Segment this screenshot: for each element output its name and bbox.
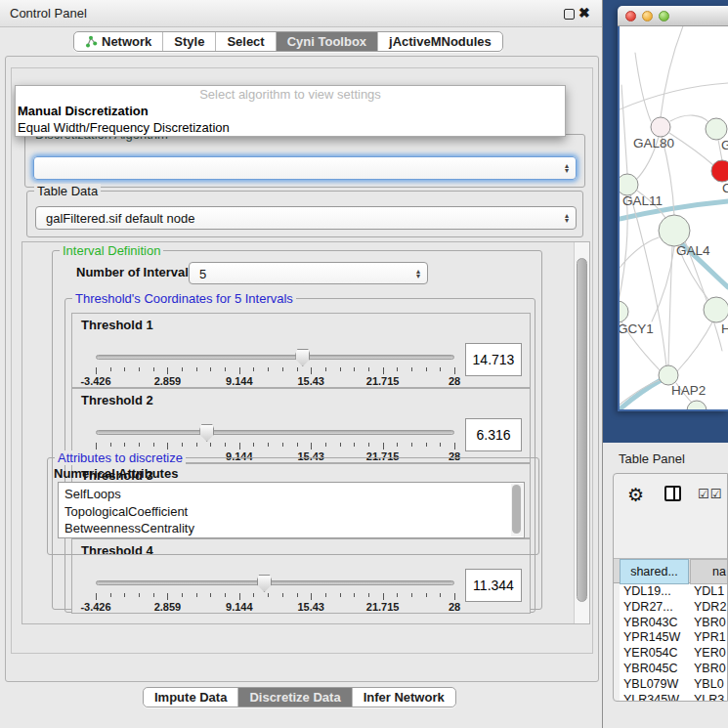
network-edge[interactable] [668, 246, 672, 365]
table-row[interactable]: YPR145WYPR1 [620, 630, 728, 646]
bottom-tab-infer-network[interactable]: Infer Network [353, 688, 455, 707]
cell-name[interactable]: YBR0 [694, 616, 728, 631]
network-canvas[interactable]: GAL80GACGAL11GAL4GCY1HHAP2 [620, 26, 728, 409]
slider-thumb[interactable] [257, 575, 272, 592]
tab-label: Style [174, 32, 204, 51]
network-edge[interactable] [621, 85, 627, 174]
scrollbar-thumb[interactable] [512, 485, 521, 534]
threshold-value-field[interactable]: 14.713 [465, 343, 522, 376]
network-edge[interactable] [620, 83, 728, 109]
network-node[interactable] [651, 117, 670, 137]
table-row[interactable]: YBR043CYBR0 [620, 616, 728, 631]
select-columns-icon[interactable]: ☑☑ [698, 487, 722, 501]
slider-track[interactable] [96, 580, 454, 585]
dropdown-option[interactable]: Manual Discretization [16, 103, 565, 119]
table-data-combobox-value: galFiltered.sif default node [46, 211, 194, 226]
scrollbar-thumb[interactable] [577, 258, 587, 602]
network-edge[interactable] [635, 53, 651, 121]
cell-shared-name[interactable]: YDR27... [623, 600, 688, 616]
network-node[interactable] [659, 215, 690, 246]
network-edge[interactable] [677, 321, 713, 371]
tab-network[interactable]: Network [74, 32, 163, 51]
table-row[interactable]: YDL19...YDL1 [620, 584, 728, 600]
slider-track[interactable] [96, 430, 454, 435]
threshold-slider[interactable]: -3.4262.8599.14415.4321.71528 [96, 575, 454, 610]
network-node[interactable] [659, 365, 678, 385]
cell-name[interactable]: YPR1 [694, 630, 728, 646]
table-row[interactable]: YBL079WYBL0 [620, 677, 728, 693]
network-edge[interactable] [620, 237, 659, 268]
zoom-traffic-light[interactable] [659, 11, 669, 21]
network-node-label: C [722, 181, 728, 195]
numerical-attributes-list[interactable]: SelfLoopsTopologicalCoefficientBetweenne… [58, 482, 525, 538]
network-window-titlebar [618, 6, 728, 26]
network-thick-edge[interactable] [620, 379, 663, 409]
cell-shared-name[interactable]: YLR345W [623, 693, 688, 702]
gear-icon[interactable]: ⚙ [627, 484, 644, 506]
attribute-list-item[interactable]: TopologicalCoefficient [64, 503, 524, 521]
list-scrollbar[interactable] [511, 484, 523, 536]
network-node-label: GAL11 [622, 193, 663, 208]
network-edge[interactable] [670, 115, 708, 122]
table-row[interactable]: YLR345WYLR3 [620, 693, 728, 702]
dropdown-option[interactable]: Equal Width/Frequency Discretization [16, 119, 565, 136]
slider-track[interactable] [96, 355, 454, 360]
table-data-combobox[interactable]: galFiltered.sif default node ▴▾ [35, 206, 577, 230]
threshold-value-field[interactable]: 11.344 [465, 569, 522, 602]
split-columns-icon[interactable] [664, 486, 681, 501]
cell-name[interactable]: YER0 [694, 646, 728, 662]
tab-label: Network [102, 32, 151, 51]
network-node[interactable] [620, 301, 628, 322]
attribute-list-item[interactable]: SelfLoops [64, 486, 524, 503]
network-edge[interactable] [630, 194, 666, 366]
network-node[interactable] [620, 174, 638, 195]
dropdown-prompt-item[interactable]: Select algorithm to view settings [16, 86, 565, 103]
network-node[interactable] [704, 297, 728, 322]
column-header-name[interactable]: na [690, 559, 728, 584]
close-traffic-light[interactable] [625, 11, 636, 21]
float-window-icon[interactable] [564, 9, 575, 20]
slider-thumb[interactable] [199, 424, 214, 442]
cell-shared-name[interactable]: YBL079W [623, 677, 688, 693]
cell-shared-name[interactable]: YPR145W [623, 630, 688, 646]
network-edge[interactable] [669, 133, 713, 165]
table-panel-title: Table Panel [619, 451, 685, 466]
attribute-list-item[interactable]: BetweennessCentrality [64, 520, 524, 537]
tab-select[interactable]: Select [216, 32, 276, 51]
network-node[interactable] [706, 118, 727, 140]
cell-shared-name[interactable]: YDL19... [623, 584, 688, 600]
network-edge[interactable] [620, 195, 627, 301]
tab-cyni-toolbox[interactable]: Cyni Toolbox [277, 32, 378, 51]
bottom-tab-impute-data[interactable]: Impute Data [144, 688, 238, 707]
table-row[interactable]: YBR045CYBR0 [620, 662, 728, 677]
network-node[interactable] [687, 401, 707, 409]
slider-thumb[interactable] [295, 349, 310, 366]
threshold-slider[interactable]: -3.4262.8599.14415.4321.71528 [96, 349, 454, 384]
tab-jactivemnodules[interactable]: jActiveMNodules [378, 32, 502, 51]
cytoscape-workspace: Control Panel ✖ NetworkStyleSelectCyni T… [0, 0, 728, 728]
tab-style[interactable]: Style [163, 32, 216, 51]
bottom-tab-discretize-data[interactable]: Discretize Data [238, 688, 352, 707]
column-header-shared-name[interactable]: shared... [620, 559, 689, 584]
vertical-scrollbar[interactable] [574, 242, 589, 623]
algorithm-combobox[interactable]: ▴▾ [33, 156, 577, 180]
cell-name[interactable]: YBL0 [694, 677, 728, 693]
cell-shared-name[interactable]: YER054C [623, 646, 688, 662]
interval-scrollpane: Interval Definition Number of Intervals … [21, 241, 590, 624]
cell-name[interactable]: YDR2 [694, 600, 728, 616]
cell-shared-name[interactable]: YBR043C [623, 616, 688, 631]
threshold-label: Threshold 2 [81, 393, 153, 407]
threshold-value-field[interactable]: 6.316 [465, 418, 522, 451]
cell-name[interactable]: YDL1 [694, 584, 728, 600]
number-of-intervals-combobox[interactable]: 5 ▴▾ [189, 262, 428, 284]
attributes-group-label: Attributes to discretize [55, 450, 186, 465]
table-row[interactable]: YER054CYER0 [620, 646, 728, 662]
cell-name[interactable]: YLR3 [694, 693, 728, 702]
minimize-traffic-light[interactable] [642, 11, 653, 21]
network-node[interactable] [711, 160, 728, 182]
cell-shared-name[interactable]: YBR045C [623, 662, 688, 677]
close-icon[interactable]: ✖ [578, 5, 590, 21]
network-edge[interactable] [661, 26, 684, 117]
table-row[interactable]: YDR27...YDR2 [620, 600, 728, 616]
cell-name[interactable]: YBR0 [694, 662, 728, 677]
